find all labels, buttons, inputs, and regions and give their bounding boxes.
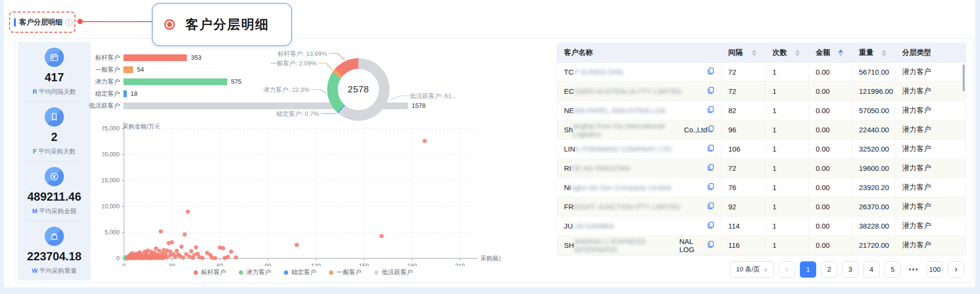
y-tick-label: 0 bbox=[116, 255, 120, 262]
cell-customer-name: FREIGHT JUNCTION PTY LIMITED bbox=[557, 197, 722, 216]
column-header-name: 客户名称 bbox=[557, 43, 722, 62]
cell-layer-type: 潜力客户 bbox=[895, 82, 966, 101]
legend-item[interactable]: 一般客户 bbox=[329, 268, 362, 277]
column-header-label: 次数 bbox=[772, 48, 787, 57]
cell-weight: 23920.20 bbox=[852, 178, 895, 197]
scatter-point bbox=[170, 240, 174, 244]
page-button-last[interactable]: 100 bbox=[927, 261, 943, 278]
scatter-x-axis-title: 采购频次 bbox=[480, 255, 501, 262]
legend-dot bbox=[329, 270, 333, 275]
table-scrollbar[interactable] bbox=[963, 64, 965, 91]
cell-layer-type: 潜力客户 bbox=[895, 101, 966, 120]
pie-slice-label: 一般客户: 2.09% bbox=[270, 59, 317, 68]
sort-desc-icon[interactable] bbox=[795, 53, 800, 56]
y-tick-label: 5,000 bbox=[105, 229, 120, 236]
cell-interval: 106 bbox=[722, 140, 766, 158]
sort-desc-icon[interactable] bbox=[882, 53, 886, 56]
page-size-select[interactable]: 10 条/页∨ bbox=[730, 261, 774, 278]
scatter-point bbox=[234, 255, 238, 259]
table-row: NEWA PAPEL INDUSTRIA LDA8210.0057050.00潜… bbox=[557, 101, 966, 120]
legend-item[interactable]: 低活跃客户 bbox=[374, 268, 413, 277]
pie-leader-line bbox=[389, 96, 409, 101]
redacted-text: anghai Ever-Do International Logistics bbox=[573, 122, 684, 138]
legend-item[interactable]: 潜力客户 bbox=[239, 268, 271, 277]
bar-rect bbox=[123, 54, 187, 61]
legend-item[interactable]: 标杆客户 bbox=[194, 268, 226, 277]
column-header-4[interactable]: 重量 bbox=[852, 43, 895, 62]
x-tick-label: 30 bbox=[169, 263, 175, 266]
bar-category-label: 一般客户 bbox=[63, 65, 123, 74]
cell-amount: 0.00 bbox=[809, 178, 852, 197]
column-header-5: 分层类型 bbox=[895, 43, 966, 62]
sort-asc-icon[interactable] bbox=[838, 50, 843, 52]
copy-icon[interactable] bbox=[707, 221, 714, 230]
exclamation-circle-icon[interactable]: ! bbox=[65, 19, 73, 26]
copy-icon[interactable] bbox=[707, 125, 714, 134]
table-row: SHANGHAI LI EXPRESS INTERNATIONAL LOG116… bbox=[557, 236, 966, 255]
next-page-button[interactable]: › bbox=[948, 261, 964, 278]
column-header-3[interactable]: 金额 bbox=[809, 43, 852, 62]
column-header-1[interactable]: 间隔 bbox=[722, 43, 766, 62]
copy-icon[interactable] bbox=[707, 106, 714, 115]
page-button-1[interactable]: 1 bbox=[800, 261, 816, 278]
cell-amount: 0.00 bbox=[809, 197, 852, 216]
copy-icon[interactable] bbox=[707, 87, 714, 96]
column-header-2[interactable]: 次数 bbox=[766, 43, 809, 62]
copy-icon[interactable] bbox=[707, 164, 714, 173]
donut-total: 2578 bbox=[348, 84, 369, 95]
sort-desc-icon[interactable] bbox=[838, 53, 843, 56]
sort-asc-icon[interactable] bbox=[752, 50, 757, 52]
cell-weight: 121996.00 bbox=[852, 82, 895, 101]
sort-carets[interactable] bbox=[838, 50, 843, 56]
legend-item[interactable]: 稳定客户 bbox=[284, 268, 317, 277]
scatter-point bbox=[229, 250, 233, 254]
redacted-text: ngbo Do Son Company Limited bbox=[571, 183, 671, 192]
sort-desc-icon[interactable] bbox=[752, 53, 757, 56]
table-row: ECOSEN AUSTRALIA PTY LIMITED7210.0012199… bbox=[557, 82, 966, 101]
prev-page-button[interactable]: ‹ bbox=[779, 261, 795, 278]
sort-asc-icon[interactable] bbox=[882, 50, 886, 52]
cell-weight: 38228.00 bbox=[852, 217, 895, 235]
table-row: RICE AG PAKISTAN7210.0019600.00潜力客户 bbox=[557, 159, 966, 178]
cell-weight: 32520.00 bbox=[852, 140, 895, 158]
cell-times: 1 bbox=[766, 159, 809, 178]
x-tick-label: 60 bbox=[217, 263, 223, 266]
legend-dot bbox=[194, 270, 198, 275]
page-button-2[interactable]: 2 bbox=[821, 261, 837, 278]
copy-icon[interactable] bbox=[707, 202, 714, 211]
sort-carets[interactable] bbox=[795, 50, 800, 56]
page-button-3[interactable]: 3 bbox=[842, 261, 858, 278]
cell-weight: 57050.00 bbox=[852, 101, 895, 120]
copy-icon[interactable] bbox=[707, 183, 714, 192]
kpi-letter: M bbox=[32, 207, 37, 215]
sort-asc-icon[interactable] bbox=[795, 50, 800, 52]
x-tick-label: 180 bbox=[407, 263, 417, 266]
copy-icon[interactable] bbox=[707, 67, 714, 77]
chevron-down-icon: ∨ bbox=[764, 267, 768, 273]
copy-icon[interactable] bbox=[707, 241, 714, 250]
copy-icon[interactable] bbox=[707, 144, 714, 153]
legend-dot bbox=[374, 270, 379, 275]
cell-layer-type: 潜力客户 bbox=[895, 140, 966, 158]
cell-weight: 26370.00 bbox=[852, 197, 895, 216]
pie-leader-line bbox=[311, 89, 326, 93]
bar-category-label: 标杆客户 bbox=[63, 53, 123, 62]
pagination-ellipsis[interactable]: ••• bbox=[906, 261, 922, 278]
sort-carets[interactable] bbox=[882, 50, 886, 56]
annotation-callout: 客户分层明细 bbox=[152, 3, 292, 46]
cell-customer-name: JULIN GAMBIA bbox=[557, 217, 722, 235]
cell-amount: 0.00 bbox=[809, 159, 852, 178]
cell-weight: 21720.00 bbox=[852, 236, 895, 255]
kpi-label: 平均采购金额 bbox=[39, 207, 76, 215]
kpi-value: 489211.46 bbox=[27, 190, 81, 204]
page-button-4[interactable]: 4 bbox=[863, 261, 880, 278]
sort-carets[interactable] bbox=[752, 50, 757, 56]
scatter-point bbox=[189, 249, 194, 254]
redacted-text: WA PAPEL INDUSTRIA LDA bbox=[574, 106, 666, 115]
pie-leader-line bbox=[329, 53, 345, 60]
cell-amount: 0.00 bbox=[809, 101, 852, 120]
table-row: TCP SUREO GIRL7210.0056710.00潜力客户 bbox=[557, 63, 966, 82]
cell-times: 1 bbox=[766, 197, 809, 216]
scatter-point bbox=[186, 209, 190, 214]
page-button-5[interactable]: 5 bbox=[884, 261, 901, 278]
